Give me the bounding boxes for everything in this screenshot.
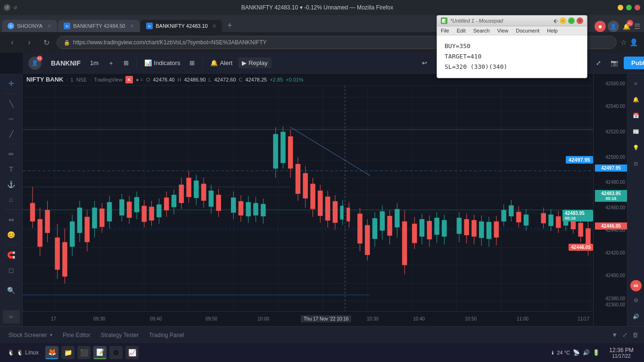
account-avatar[interactable]: 👤 41 xyxy=(28,57,41,70)
taskbar-app-mousepad[interactable]: 📝 xyxy=(93,346,107,359)
shoonya-tab-close[interactable]: ✕ xyxy=(47,23,51,29)
pattern-tool[interactable]: ⌂ xyxy=(3,192,20,206)
mousepad-titlebar[interactable]: 📝 *Untitled 1 - Mousepad ⬖ ─ □ ✕ xyxy=(437,16,587,26)
symbol-selector[interactable]: BANKNIF xyxy=(47,58,84,69)
news-btn[interactable]: 📰 xyxy=(627,124,644,139)
magnet-tool[interactable]: 🧲 xyxy=(3,248,20,262)
add-indicator-btn[interactable]: ＋ xyxy=(104,57,118,69)
watch-list-btn[interactable]: ≡ xyxy=(627,76,644,90)
sound-btn[interactable]: 🔊 xyxy=(627,309,644,323)
low-value: 42472.60 xyxy=(214,77,236,82)
zoom-tool[interactable]: 🔍 xyxy=(3,283,20,297)
chart-type-btn[interactable]: ⊞ xyxy=(120,58,132,68)
mousepad-close-btn[interactable]: ✕ xyxy=(577,17,583,24)
chart-type-icon: ⊞ xyxy=(124,59,129,66)
tab-trading-panel[interactable]: Trading Panel xyxy=(144,330,189,340)
crosshair-tool[interactable]: ╲ xyxy=(3,97,20,111)
pencil-tool[interactable]: ✏ xyxy=(3,147,20,161)
vline-tool[interactable]: ╱ xyxy=(3,127,20,141)
svg-rect-49 xyxy=(92,208,97,229)
taskbar-app-files[interactable]: 📁 xyxy=(61,346,74,359)
window-minimize[interactable] xyxy=(618,5,623,10)
ideas-btn[interactable]: 💡 xyxy=(627,140,644,155)
price-42380: 42380.00 xyxy=(605,296,625,301)
panel-expand-btn[interactable]: ⤢ xyxy=(620,329,629,340)
crosshair-price-label: 42497.95 xyxy=(566,156,593,164)
indicator-dots: ● = xyxy=(136,77,143,82)
indicators-btn[interactable]: 📊 Indicators xyxy=(140,58,184,68)
svg-rect-99 xyxy=(296,164,301,194)
tab-banknifty2[interactable]: tv BANKNIFTY 42483.10 ▾ ✕ xyxy=(140,20,222,32)
svg-rect-51 xyxy=(99,208,105,227)
menu-search[interactable]: Search xyxy=(473,28,490,33)
mousepad-content[interactable]: BUY=350 TARGET=410 SL=320 (330)(340) xyxy=(437,35,587,78)
taskbar-app-terminal[interactable]: ⬛ xyxy=(77,346,91,359)
menu-document[interactable]: Document xyxy=(516,28,539,33)
os-label[interactable]: 🐧 🐧 Linux xyxy=(4,347,42,358)
svg-rect-77 xyxy=(201,184,206,201)
calendar-btn[interactable]: 📅 xyxy=(627,108,644,123)
cursor-tool[interactable]: ✛ xyxy=(3,76,20,90)
banknifty1-tab-close[interactable]: ✕ xyxy=(130,23,134,29)
menu-file[interactable]: File xyxy=(441,28,449,33)
panel-delete-btn[interactable]: 🗑 xyxy=(630,329,640,340)
anchored-tool[interactable]: ⚓ xyxy=(3,177,20,191)
tab-shoonya[interactable]: S SHOONYA ✕ xyxy=(2,20,57,32)
tab-pine-editor[interactable]: Pine Editor xyxy=(58,330,95,340)
svg-rect-145 xyxy=(479,222,484,238)
tab-stock-screener[interactable]: Stock Screener ▾ xyxy=(4,330,57,340)
banknifty2-tab-close[interactable]: ✕ xyxy=(212,23,216,29)
time-label-1040: 10:40 xyxy=(413,316,425,321)
temp-icon: 🌡 xyxy=(550,350,555,355)
svg-rect-117 xyxy=(365,225,370,255)
text-tool[interactable]: T xyxy=(3,162,20,176)
mousepad-line3: SL=320 (330)(340) xyxy=(445,62,579,72)
layouts-btn[interactable]: ⊞ xyxy=(186,58,198,68)
undo-btn[interactable]: ↩ xyxy=(418,58,431,68)
notification-badge[interactable]: 46 xyxy=(630,280,642,291)
new-tab-button[interactable]: + xyxy=(222,19,237,32)
menu-edit[interactable]: Edit xyxy=(457,28,466,33)
time-label-950: 09:50 xyxy=(206,316,217,321)
star-icon[interactable]: ☆ xyxy=(620,38,627,47)
taskbar-app-tradingview[interactable]: 📈 xyxy=(125,346,139,359)
forward-button[interactable]: › xyxy=(23,36,36,49)
timeframe-selector[interactable]: 1m xyxy=(86,58,102,68)
publish-button[interactable]: Publish xyxy=(624,57,644,69)
window-close[interactable] xyxy=(635,5,640,10)
taskbar-app-settings[interactable]: ⚙ xyxy=(109,346,123,359)
browser-notifications[interactable]: 🔔 41 xyxy=(621,21,632,32)
browser-menu[interactable]: ☰ xyxy=(634,22,640,31)
settings-gear[interactable]: ⚙ xyxy=(627,293,644,307)
measurement-tool[interactable]: ⇔ xyxy=(3,213,20,227)
menu-view[interactable]: View xyxy=(497,28,509,33)
mousepad-minimize-btn[interactable]: ─ xyxy=(560,17,566,24)
fullscreen-btn[interactable]: ⤢ xyxy=(592,58,605,68)
window-maximize[interactable] xyxy=(626,5,632,10)
svg-rect-157 xyxy=(524,214,529,225)
refresh-button[interactable]: ↻ xyxy=(40,36,53,49)
account-icon[interactable]: 👤 xyxy=(629,38,638,47)
panel-collapse-btn[interactable]: ▼ xyxy=(610,329,619,340)
tab-banknifty1[interactable]: tv BANKNIFTY 42484.50 ▾ ✕ xyxy=(58,20,140,32)
emoji-tool[interactable]: 😊 xyxy=(3,228,20,242)
back-button[interactable]: ‹ xyxy=(6,36,19,49)
menu-help[interactable]: Help xyxy=(547,28,558,33)
alerts-list-btn[interactable]: 🔔 xyxy=(627,92,644,107)
mousepad-maximize-btn[interactable]: □ xyxy=(568,17,575,24)
replay-btn[interactable]: ▶ Replay xyxy=(238,58,271,68)
eraser-tool[interactable]: ◻ xyxy=(3,263,20,277)
taskbar-app-firefox[interactable]: 🦊 xyxy=(45,346,58,359)
browser-record-btn[interactable]: ⏺ xyxy=(594,21,606,32)
tool-sep3 xyxy=(5,209,18,210)
low-label: L xyxy=(208,77,211,82)
alert-btn[interactable]: 🔔 Alert xyxy=(206,58,236,68)
hline-tool[interactable]: ─ xyxy=(3,112,20,126)
mousepad-expand-icon[interactable]: ⬖ xyxy=(553,17,558,24)
data-window-btn[interactable]: ⊟ xyxy=(627,156,644,171)
tab-strategy-tester[interactable]: Strategy Tester xyxy=(96,330,143,340)
screenshot-btn[interactable]: 📷 xyxy=(607,58,622,68)
price-scale[interactable]: 42560.00 42540.00 42520.00 42500.00 4248… xyxy=(593,74,627,326)
candlestick-chart[interactable]: 42497.95 42483.95 00:16 42446.05 xyxy=(23,86,593,311)
browser-avatar[interactable]: 👤 xyxy=(608,21,619,32)
